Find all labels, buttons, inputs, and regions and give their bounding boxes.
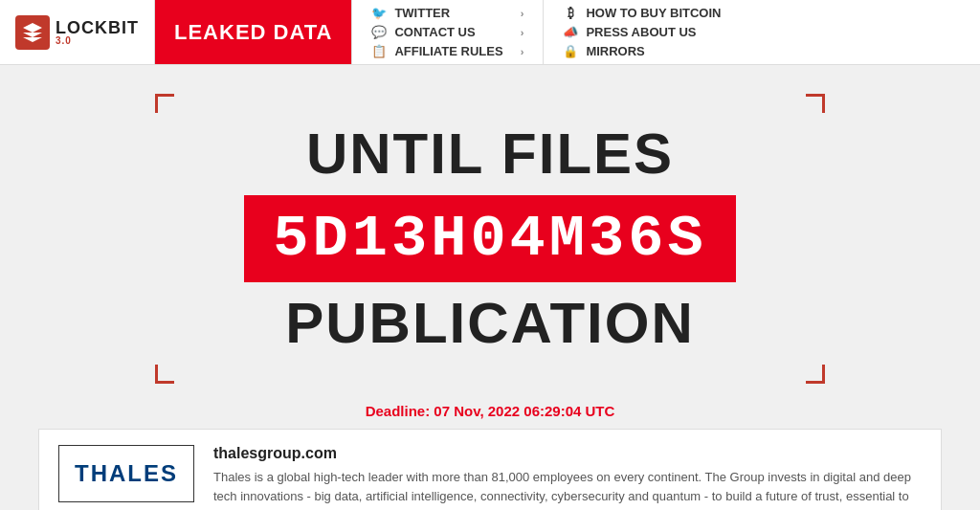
timer-box: 5D13H04M36S <box>244 195 735 282</box>
corner-top-right <box>806 94 825 113</box>
victim-logo-text: THALES <box>75 460 178 487</box>
victim-domain[interactable]: thalesgroup.com <box>213 445 922 462</box>
leaked-data-label: LEAKED DATA <box>174 20 332 45</box>
nav-item-twitter[interactable]: 🐦 TWITTER › <box>371 6 523 21</box>
victim-description: Thales is a global high-tech leader with… <box>213 468 922 510</box>
nav-item-bitcoin[interactable]: ₿ HOW TO BUY BITCOIN <box>563 6 721 21</box>
corner-top-left <box>155 94 174 113</box>
cube-svg-icon <box>21 21 44 44</box>
affiliate-label: AFFILIATE RULES <box>394 44 502 58</box>
press-icon: 📣 <box>563 25 578 40</box>
nav-item-contact[interactable]: 💬 CONTACT US › <box>371 25 523 40</box>
bitcoin-icon: ₿ <box>563 6 578 21</box>
contact-icon: 💬 <box>371 25 387 40</box>
countdown-container: UNTIL FILES 5D13H04M36S PUBLICATION <box>155 94 825 384</box>
affiliate-icon: 📋 <box>371 44 387 59</box>
nav-left: 🐦 TWITTER › 💬 CONTACT US › 📋 AFFILIATE R… <box>352 0 544 64</box>
victim-card: THALES thalesgroup.com Thales is a globa… <box>38 429 942 510</box>
logo-name: LOCKBIT <box>56 19 139 36</box>
until-label: UNTIL FILES <box>193 122 787 186</box>
header: LOCKBIT 3.0 LEAKED DATA 🐦 TWITTER › 💬 CO… <box>0 0 980 65</box>
victim-info: thalesgroup.com Thales is a global high-… <box>213 445 922 510</box>
affiliate-arrow: › <box>521 46 524 57</box>
nav-item-press[interactable]: 📣 PRESS ABOUT US <box>563 25 721 40</box>
twitter-arrow: › <box>521 8 524 19</box>
logo-text: LOCKBIT 3.0 <box>56 19 139 46</box>
logo-section: LOCKBIT 3.0 <box>0 0 155 64</box>
nav-right: ₿ HOW TO BUY BITCOIN 📣 PRESS ABOUT US 🔒 … <box>544 0 740 64</box>
timer-value: 5D13H04M36S <box>273 205 706 273</box>
logo-version: 3.0 <box>56 36 139 46</box>
mirrors-icon: 🔒 <box>563 44 578 59</box>
twitter-icon: 🐦 <box>371 6 387 21</box>
corner-bottom-right <box>806 365 825 384</box>
mirrors-label: MIRRORS <box>586 44 644 58</box>
bitcoin-label: HOW TO BUY BITCOIN <box>586 6 721 20</box>
nav-item-mirrors[interactable]: 🔒 MIRRORS <box>563 44 721 59</box>
contact-label: CONTACT US <box>394 25 475 39</box>
publication-label: PUBLICATION <box>193 292 787 355</box>
logo-cube-icon <box>15 15 50 50</box>
twitter-label: TWITTER <box>394 6 450 20</box>
main-content: UNTIL FILES 5D13H04M36S PUBLICATION Dead… <box>0 65 980 510</box>
deadline-text: Deadline: 07 Nov, 2022 06:29:04 UTC <box>366 403 615 419</box>
corner-bottom-left <box>155 365 174 384</box>
victim-logo: THALES <box>58 445 194 502</box>
press-label: PRESS ABOUT US <box>586 25 696 39</box>
leaked-data-button[interactable]: LEAKED DATA <box>155 0 352 64</box>
contact-arrow: › <box>521 27 524 38</box>
nav-item-affiliate[interactable]: 📋 AFFILIATE RULES › <box>371 44 523 59</box>
logo-icon: LOCKBIT 3.0 <box>15 15 139 50</box>
